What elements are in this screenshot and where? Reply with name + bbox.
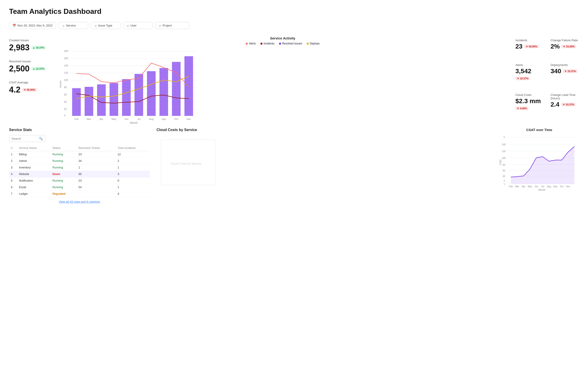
service-stats-table: # Service Name Status Resolved Tickets T… [9, 145, 150, 197]
svg-text:Apr: Apr [99, 118, 103, 120]
legend-dot-alerts [246, 43, 248, 45]
cell-service-name: Website [17, 171, 51, 177]
cell-total-incidents: 12 [116, 151, 150, 158]
svg-text:1: 1 [504, 183, 505, 185]
csat-average-block: CSAT Average 4.2 ▼ 50.00% [9, 81, 54, 94]
cell-total-incidents: 0 [116, 177, 150, 184]
cell-num: 2 [9, 158, 17, 164]
badge-icon-down: ▼ [24, 88, 26, 91]
svg-text:Oct: Oct [174, 118, 178, 120]
svg-rect-23 [97, 84, 106, 116]
user-filter[interactable]: ⚌ User [123, 22, 153, 29]
svg-text:120: 120 [64, 72, 68, 74]
svg-text:Sep: Sep [553, 185, 557, 188]
cloud-costs-svg: Cloud Costs by Service [157, 135, 220, 199]
svg-text:Month: Month [538, 188, 546, 191]
csat-svg: 5 140 120 100 80 60 40 2 1 CSAT F [500, 134, 577, 191]
page-title: Team Analytics Dashboard [9, 7, 579, 16]
cloud-costs-label: Cloud Costs [515, 93, 544, 97]
col-status: Status [51, 145, 77, 151]
table-row: 5 Notification Running 23 0 [9, 177, 150, 184]
svg-text:120: 120 [502, 150, 506, 153]
svg-text:Sep: Sep [161, 118, 166, 120]
svg-rect-29 [172, 62, 180, 116]
svg-text:Cloud Costs by Service: Cloud Costs by Service [171, 162, 201, 165]
cloud-costs-block: Cloud Costs $2.3 mm ▼ 4.00% [515, 93, 544, 119]
change-failure-rate-badge: ▼ 33.28% [561, 45, 576, 48]
svg-text:60: 60 [503, 169, 505, 172]
cell-num: 6 [9, 184, 17, 191]
change-lead-time-badge: ▼ 10.37% [561, 103, 576, 106]
search-box[interactable]: 🔍 [9, 135, 45, 142]
svg-text:Apr: Apr [522, 185, 525, 188]
cloud-costs-chart-title: Cloud Costs by Service [157, 128, 493, 132]
svg-rect-24 [110, 83, 118, 116]
main-metrics-grid: Created Issues 2,983 ▲ 10.37% Resolved I… [9, 36, 579, 119]
bottom-grid: Service Stats 🔍 # Service Name Status Re… [9, 128, 579, 203]
cell-total-incidents: 4 [116, 191, 150, 197]
created-issues-label: Created Issues [9, 39, 54, 42]
cell-total-incidents: 1 [116, 184, 150, 191]
svg-rect-22 [85, 87, 93, 116]
alerts-label: Alerts [515, 63, 544, 67]
col-service-name: Service Name [17, 145, 51, 151]
issuetype-filter[interactable]: ⚌ Issue Type [91, 22, 120, 29]
change-failure-rate-block: Change Failure Rate 2% ▼ 33.28% [551, 39, 579, 59]
cell-num: 5 [9, 177, 17, 184]
cell-resolved-tickets [77, 191, 116, 197]
service-activity-svg: 180 160 140 120 100 80 60 40 20 0 Issues [59, 48, 200, 118]
svg-text:Feb: Feb [74, 118, 79, 120]
cloud-costs-section: Cloud Costs by Service Cloud Costs by Se… [157, 128, 493, 203]
svg-text:40: 40 [64, 101, 67, 103]
legend-alerts: Alerts [246, 42, 256, 45]
table-row: 4 Website Down 65 3 [9, 171, 150, 177]
service-stats-section: Service Stats 🔍 # Service Name Status Re… [9, 128, 150, 203]
svg-text:5: 5 [504, 136, 505, 139]
date-filter[interactable]: 📅 Nov 29, 2022–Dec 6, 2022 [9, 22, 56, 29]
service-filter[interactable]: ⚌ Service [59, 22, 88, 29]
project-filter[interactable]: ⚌ Project [155, 22, 189, 29]
cloud-costs-value: $2.3 mm ▼ 4.00% [515, 97, 544, 110]
cell-service-name: Ledger [17, 191, 51, 197]
filter-icon-4: ⚌ [159, 24, 161, 27]
csat-average-value: 4.2 ▼ 50.00% [9, 85, 54, 94]
svg-text:Nov: Nov [187, 118, 191, 120]
table-row: 2 Admin Running 34 2 [9, 158, 150, 164]
svg-text:Issues: Issues [59, 81, 62, 88]
cell-service-name: Billing [17, 151, 51, 158]
svg-marker-62 [511, 146, 574, 184]
deployments-badge: ▼ 10.37% [563, 69, 577, 73]
svg-text:140: 140 [64, 64, 68, 67]
cell-service-name: Admin [17, 158, 51, 164]
svg-rect-28 [159, 68, 168, 116]
chart-legend: Alerts Incidents Resolved Issues Deploys [59, 42, 506, 45]
cloud-costs-badge: ▼ 4.00% [515, 107, 528, 110]
incidents-label: Incidents [515, 39, 544, 42]
deployments-value: 340 ▼ 10.37% [551, 68, 579, 75]
cell-status: Running [51, 177, 77, 184]
cell-status: Running [51, 151, 77, 158]
cell-status: Down [51, 171, 77, 177]
svg-text:40: 40 [503, 175, 505, 177]
svg-text:Aug: Aug [547, 185, 551, 188]
created-issues-badge: ▲ 10.37% [31, 46, 46, 50]
svg-text:180: 180 [64, 50, 68, 52]
cell-status: Running [51, 184, 77, 191]
resolved-issues-label: Resolved Issues [9, 60, 54, 63]
svg-text:May: May [112, 118, 116, 120]
filter-icon: ⚌ [62, 24, 65, 27]
svg-rect-26 [135, 74, 143, 116]
left-metrics: Created Issues 2,983 ▲ 10.37% Resolved I… [9, 36, 54, 119]
col-num: # [9, 145, 17, 151]
change-failure-rate-value: 2% ▼ 33.28% [551, 43, 579, 50]
cell-num: 7 [9, 191, 17, 197]
search-input[interactable] [11, 137, 38, 140]
cell-total-incidents: 2 [116, 158, 150, 164]
change-failure-rate-label: Change Failure Rate [551, 39, 579, 42]
svg-rect-25 [122, 79, 131, 116]
view-all-link[interactable]: View all 43 rows and 6 columns [9, 200, 150, 203]
svg-text:80: 80 [503, 164, 505, 166]
cell-resolved-tickets: 65 [77, 171, 116, 177]
svg-text:Jun: Jun [124, 118, 128, 120]
deployments-label: Deployments [551, 63, 579, 67]
